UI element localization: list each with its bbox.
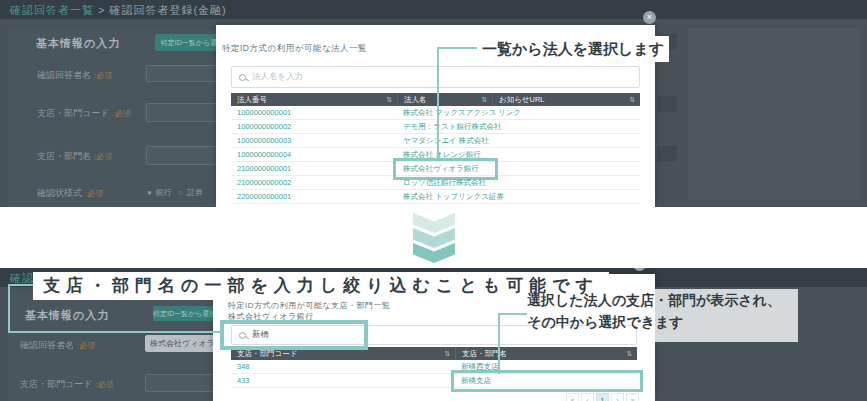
table-row[interactable]: 2100000000001株式会社ヴィオラ銀行 (231, 162, 640, 176)
table-cell[interactable]: 433 (231, 374, 455, 387)
column-header[interactable]: 支店・部門名⇅ (455, 347, 637, 360)
table-cell[interactable]: デモ用：テスト銀行株式会社 (397, 120, 492, 133)
field-label-text: 支店・部門コード (20, 379, 92, 389)
sort-icon[interactable]: ⇅ (386, 93, 392, 106)
table-cell (492, 120, 640, 133)
corporation-table: 法人番号⇅法人名⇅お知らせURL⇅1000000000001株式会社 マックスア… (231, 93, 640, 204)
field-label-text: 確認回答者名 (37, 70, 91, 80)
radio-icon[interactable]: ● (147, 188, 152, 197)
modal-title: 特定ID方式の利用が可能な法人一覧 (222, 43, 367, 55)
pagination-button[interactable]: › (611, 393, 624, 401)
search-icon (239, 74, 246, 81)
required-badge: :必須 (85, 189, 103, 198)
table-row[interactable]: 1000000000001株式会社 マックスアクシスリンク (231, 106, 640, 120)
background-block (657, 146, 677, 162)
field-label: 確認回答者名:必須 (37, 69, 112, 82)
annotation-connector (8, 284, 34, 286)
column-header-label: 支店・部門コード (237, 349, 297, 358)
annotation-connector (437, 47, 478, 49)
breadcrumb-current: 確認回答者登録(金融) (109, 4, 226, 16)
flow-divider (0, 207, 867, 268)
annotation-connector (8, 331, 222, 333)
background-panel (688, 28, 860, 200)
table-cell[interactable]: リンク (492, 106, 640, 119)
annotation-select-corporation: 一覧から法人を選択します (477, 36, 669, 62)
field-label: 支店・部門コード:必須 (37, 107, 131, 120)
table-cell[interactable]: 2100000000001 (231, 162, 397, 175)
table-row[interactable]: 1000000000003ヤマダシンエイ 株式会社 (231, 134, 640, 148)
required-badge: :必須 (94, 71, 112, 80)
column-header[interactable]: 法人名⇅ (397, 93, 492, 106)
table-cell[interactable]: 1000000000002 (231, 120, 397, 133)
search-placeholder: 法人名を入力 (252, 71, 303, 83)
table-cell[interactable]: ロッソ信託銀行株式会社 (397, 176, 492, 189)
section-title: 基本情報の入力 (36, 36, 120, 51)
annotation-connector (8, 284, 10, 333)
required-badge: :必須 (112, 109, 130, 118)
table-cell[interactable]: 1000000000004 (231, 148, 397, 161)
corporation-search-input[interactable]: 法人名を入力 (231, 66, 640, 88)
background-block (657, 96, 677, 112)
field-label: 確認回答者名:必須 (20, 339, 95, 352)
required-badge: :必須 (95, 380, 113, 389)
pagination-button[interactable]: « (566, 393, 579, 401)
sort-icon[interactable]: ⇅ (444, 347, 450, 360)
table-cell[interactable]: ヤマダシンエイ 株式会社 (397, 134, 492, 147)
answerer-name-input[interactable]: 株式会社ヴィオラ銀 (145, 335, 215, 352)
radio-label: 銀行 (156, 188, 172, 197)
table-row[interactable]: 433新橋支店 (231, 374, 637, 388)
sort-icon[interactable]: ⇅ (481, 93, 487, 106)
pagination-button[interactable]: » (626, 393, 639, 401)
field-label-text: 確認回答者名 (20, 340, 74, 350)
tutorial-image: 確認回答者一覧>確認回答者登録(金融) 基本情報の入力 特定ID一覧から選択 確… (0, 0, 867, 401)
field-label-text: 確認状様式 (37, 188, 82, 198)
annotation-search-hint: 支店・部門名の一部を入力し絞り込むことも可能です (33, 272, 609, 300)
modal-title: 特定ID方式の利用が可能な支店・部門一覧 (228, 300, 391, 311)
annotation-result-hint-line1: 選択した法人の支店・部門が表示され、 (527, 292, 781, 310)
table-header-row: 法人番号⇅法人名⇅お知らせURL⇅ (231, 93, 640, 106)
table-cell[interactable]: 株式会社 トップリンクス証券 (397, 190, 492, 203)
column-header-label: 支店・部門名 (462, 349, 507, 358)
annotation-connector (498, 313, 500, 374)
screenshot-select-branch: 確認回答者一覧>確認回答者登録(金融) 基本情報の入力 特定ID一覧から選択 確… (0, 268, 867, 401)
table-row[interactable]: 2100000000002ロッソ信託銀行株式会社 (231, 176, 640, 190)
select-from-id-list-button[interactable]: 特定ID一覧から選択 (153, 306, 215, 321)
column-header-label: 法人名 (404, 95, 427, 104)
pagination: «‹1›» (566, 393, 639, 401)
table-row[interactable]: 2200000000001株式会社 トップリンクス証券 (231, 190, 640, 204)
table-cell (492, 176, 640, 189)
column-header-label: お知らせURL (499, 95, 545, 104)
branch-code-input[interactable] (145, 374, 215, 392)
column-header-label: 法人番号 (237, 95, 267, 104)
radio-icon[interactable]: ○ (178, 188, 183, 197)
close-icon[interactable]: × (643, 11, 656, 24)
column-header[interactable]: お知らせURL⇅ (492, 93, 640, 106)
table-cell[interactable]: 2200000000001 (231, 190, 397, 203)
table-cell[interactable]: 2100000000002 (231, 176, 397, 189)
pagination-button[interactable]: ‹ (581, 393, 594, 401)
field-label-text: 支店・部門名 (37, 151, 91, 161)
screenshot-select-corporation: 確認回答者一覧>確認回答者登録(金融) 基本情報の入力 特定ID一覧から選択 確… (0, 0, 867, 207)
table-row[interactable]: 1000000000002デモ用：テスト銀行株式会社 (231, 120, 640, 134)
table-cell[interactable]: 株式会社 マックスアクシス (397, 106, 492, 119)
breadcrumb-link[interactable]: 確認回答者一覧 (10, 4, 94, 16)
sort-icon[interactable]: ⇅ (629, 93, 635, 106)
table-cell (492, 134, 640, 147)
sort-icon[interactable]: ⇅ (626, 347, 632, 360)
column-header[interactable]: 法人番号⇅ (231, 93, 397, 106)
branch-table: 支店・部門コード⇅支店・部門名⇅348新橋西支店433新橋支店 (231, 347, 637, 388)
table-cell[interactable]: 1000000000003 (231, 134, 397, 147)
table-cell[interactable]: 1000000000001 (231, 106, 397, 119)
table-cell[interactable]: 株式会社ヴィオラ銀行 (397, 162, 492, 175)
pagination-button[interactable]: 1 (596, 393, 609, 401)
field-label: 支店・部門名:必須 (37, 150, 112, 163)
section-title: 基本情報の入力 (25, 308, 109, 323)
annotation-connector (437, 47, 439, 158)
table-cell (492, 148, 640, 161)
required-badge: :必須 (94, 152, 112, 161)
table-cell (492, 162, 640, 175)
table-cell[interactable]: 新橋支店 (455, 374, 637, 387)
table-cell (492, 190, 640, 203)
field-label: 支店・部門コード:必須 (20, 378, 114, 391)
table-cell[interactable]: 348 (231, 360, 455, 373)
